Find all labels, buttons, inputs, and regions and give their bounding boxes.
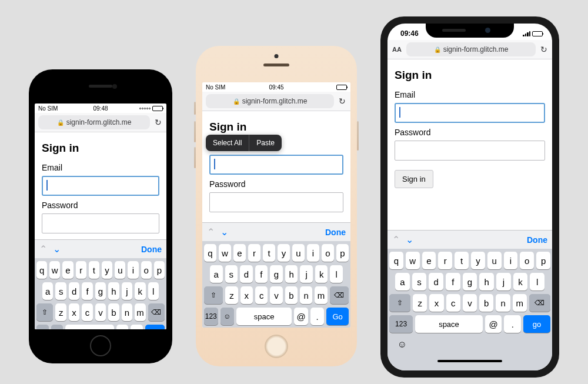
chevron-up-icon[interactable]: ⌃ xyxy=(392,234,400,245)
key-w[interactable]: w xyxy=(49,261,60,279)
context-menu-paste[interactable]: Paste xyxy=(249,135,282,151)
key-t[interactable]: t xyxy=(263,244,275,262)
numbers-key[interactable]: 123 xyxy=(36,325,49,329)
space-key[interactable]: space xyxy=(415,315,483,333)
key-w[interactable]: w xyxy=(406,252,420,269)
key-f[interactable]: f xyxy=(446,273,460,290)
key-a[interactable]: a xyxy=(395,273,410,290)
key-v[interactable]: v xyxy=(95,303,106,321)
key-q[interactable]: q xyxy=(389,252,403,269)
key-c[interactable]: c xyxy=(255,286,268,304)
key-e[interactable]: e xyxy=(422,252,436,269)
password-field[interactable] xyxy=(395,141,545,161)
at-key[interactable]: @ xyxy=(485,315,502,333)
shift-key[interactable]: ⇧ xyxy=(204,286,223,304)
key-j[interactable]: j xyxy=(496,273,511,290)
emoji-key[interactable]: ☺ xyxy=(220,308,235,325)
signin-button[interactable]: Sign in xyxy=(395,170,433,188)
key-n[interactable]: n xyxy=(122,303,132,321)
key-s[interactable]: s xyxy=(412,273,427,290)
key-u[interactable]: u xyxy=(292,244,305,262)
key-i[interactable]: i xyxy=(307,244,319,262)
key-x[interactable]: x xyxy=(240,286,253,304)
key-p[interactable]: p xyxy=(154,261,165,279)
key-i[interactable]: i xyxy=(504,252,518,269)
home-button[interactable] xyxy=(265,335,288,358)
key-g[interactable]: g xyxy=(95,282,106,300)
url-pill[interactable]: 🔒 signin-form.glitch.me xyxy=(206,94,334,108)
key-h[interactable]: h xyxy=(108,282,119,300)
context-menu-select-all[interactable]: Select All xyxy=(206,135,249,151)
key-e[interactable]: e xyxy=(62,261,73,279)
chevron-down-icon[interactable]: ⌄ xyxy=(220,226,228,238)
dot-key[interactable]: . xyxy=(310,308,325,325)
key-w[interactable]: w xyxy=(219,244,231,262)
email-field[interactable] xyxy=(42,176,159,196)
key-f[interactable]: f xyxy=(82,282,92,300)
keyboard-done-button[interactable]: Done xyxy=(325,228,346,237)
chevron-up-icon[interactable]: ⌃ xyxy=(39,243,47,255)
numbers-key[interactable]: 123 xyxy=(389,315,413,333)
key-x[interactable]: x xyxy=(69,303,79,321)
key-d[interactable]: d xyxy=(429,273,443,290)
key-r[interactable]: r xyxy=(248,244,260,262)
key-b[interactable]: b xyxy=(108,303,119,321)
key-v[interactable]: v xyxy=(463,294,477,312)
url-pill[interactable]: 🔒 signin-form.glitch.me xyxy=(406,42,536,56)
key-t[interactable]: t xyxy=(89,261,99,279)
key-q[interactable]: q xyxy=(36,261,47,279)
shift-key[interactable]: ⇧ xyxy=(36,303,53,321)
key-m[interactable]: m xyxy=(513,294,527,312)
key-g[interactable]: g xyxy=(270,265,283,283)
email-field[interactable] xyxy=(395,103,545,123)
key-y[interactable]: y xyxy=(471,252,485,269)
key-u[interactable]: u xyxy=(115,261,125,279)
reload-icon[interactable]: ↻ xyxy=(153,118,163,127)
key-y[interactable]: y xyxy=(102,261,112,279)
key-o[interactable]: o xyxy=(322,244,334,262)
key-k[interactable]: k xyxy=(513,273,528,290)
key-k[interactable]: k xyxy=(135,282,145,300)
key-b[interactable]: b xyxy=(479,294,493,312)
key-c[interactable]: c xyxy=(446,294,460,312)
go-key[interactable]: Go xyxy=(326,308,349,325)
go-key[interactable]: Go xyxy=(145,325,165,329)
home-button[interactable] xyxy=(90,335,111,356)
key-m[interactable]: m xyxy=(135,303,145,321)
key-h[interactable]: h xyxy=(479,273,494,290)
key-e[interactable]: e xyxy=(233,244,246,262)
key-a[interactable]: a xyxy=(42,282,53,300)
key-j[interactable]: j xyxy=(122,282,132,300)
go-key[interactable]: go xyxy=(523,315,550,333)
key-l[interactable]: l xyxy=(330,265,343,283)
key-t[interactable]: t xyxy=(455,252,469,269)
key-l[interactable]: l xyxy=(530,273,544,290)
backspace-key[interactable]: ⌫ xyxy=(529,294,550,312)
key-d[interactable]: d xyxy=(240,265,253,283)
key-n[interactable]: n xyxy=(300,286,312,304)
home-indicator[interactable] xyxy=(437,360,502,362)
chevron-down-icon[interactable]: ⌄ xyxy=(53,243,61,255)
text-size-button[interactable]: AA xyxy=(391,46,403,53)
key-j[interactable]: j xyxy=(300,265,313,283)
key-l[interactable]: l xyxy=(148,282,159,300)
key-n[interactable]: n xyxy=(496,294,510,312)
reload-icon[interactable]: ↻ xyxy=(338,96,347,106)
key-s[interactable]: s xyxy=(225,265,238,283)
emoji-key[interactable]: ☺ xyxy=(395,338,409,352)
key-f[interactable]: f xyxy=(255,265,268,283)
email-field[interactable] xyxy=(209,155,343,175)
key-v[interactable]: v xyxy=(270,286,282,304)
key-p[interactable]: p xyxy=(336,244,349,262)
key-q[interactable]: q xyxy=(204,244,216,262)
dot-key[interactable]: . xyxy=(504,315,521,333)
key-p[interactable]: p xyxy=(536,252,550,269)
key-z[interactable]: z xyxy=(225,286,238,304)
password-field[interactable] xyxy=(209,192,343,212)
key-r[interactable]: r xyxy=(76,261,86,279)
key-o[interactable]: o xyxy=(520,252,534,269)
key-s[interactable]: s xyxy=(55,282,66,300)
shift-key[interactable]: ⇧ xyxy=(389,294,410,312)
dot-key[interactable]: . xyxy=(131,325,143,329)
reload-icon[interactable]: ↻ xyxy=(539,45,549,54)
